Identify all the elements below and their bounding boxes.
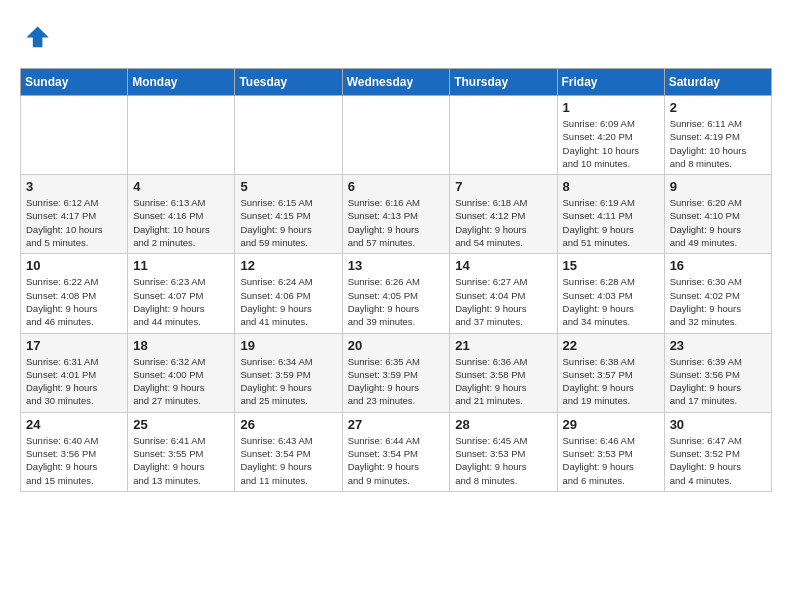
day-info: Sunrise: 6:35 AM Sunset: 3:59 PM Dayligh…	[348, 355, 445, 408]
week-row-3: 10Sunrise: 6:22 AM Sunset: 4:08 PM Dayli…	[21, 254, 772, 333]
day-number: 7	[455, 179, 551, 194]
day-number: 21	[455, 338, 551, 353]
calendar-cell: 4Sunrise: 6:13 AM Sunset: 4:16 PM Daylig…	[128, 175, 235, 254]
calendar-cell	[342, 96, 450, 175]
logo	[20, 20, 56, 52]
day-number: 28	[455, 417, 551, 432]
day-number: 18	[133, 338, 229, 353]
calendar-cell: 10Sunrise: 6:22 AM Sunset: 4:08 PM Dayli…	[21, 254, 128, 333]
calendar-cell: 24Sunrise: 6:40 AM Sunset: 3:56 PM Dayli…	[21, 412, 128, 491]
day-number: 3	[26, 179, 122, 194]
weekday-header-tuesday: Tuesday	[235, 69, 342, 96]
day-info: Sunrise: 6:12 AM Sunset: 4:17 PM Dayligh…	[26, 196, 122, 249]
svg-marker-0	[26, 26, 48, 47]
day-info: Sunrise: 6:31 AM Sunset: 4:01 PM Dayligh…	[26, 355, 122, 408]
day-info: Sunrise: 6:43 AM Sunset: 3:54 PM Dayligh…	[240, 434, 336, 487]
calendar-cell: 29Sunrise: 6:46 AM Sunset: 3:53 PM Dayli…	[557, 412, 664, 491]
day-number: 4	[133, 179, 229, 194]
calendar-cell: 21Sunrise: 6:36 AM Sunset: 3:58 PM Dayli…	[450, 333, 557, 412]
day-number: 23	[670, 338, 766, 353]
day-number: 24	[26, 417, 122, 432]
day-info: Sunrise: 6:19 AM Sunset: 4:11 PM Dayligh…	[563, 196, 659, 249]
day-info: Sunrise: 6:36 AM Sunset: 3:58 PM Dayligh…	[455, 355, 551, 408]
day-info: Sunrise: 6:34 AM Sunset: 3:59 PM Dayligh…	[240, 355, 336, 408]
day-number: 15	[563, 258, 659, 273]
weekday-header-saturday: Saturday	[664, 69, 771, 96]
calendar-cell: 28Sunrise: 6:45 AM Sunset: 3:53 PM Dayli…	[450, 412, 557, 491]
calendar-cell	[128, 96, 235, 175]
day-number: 11	[133, 258, 229, 273]
calendar-cell: 25Sunrise: 6:41 AM Sunset: 3:55 PM Dayli…	[128, 412, 235, 491]
day-number: 6	[348, 179, 445, 194]
day-number: 25	[133, 417, 229, 432]
weekday-header-sunday: Sunday	[21, 69, 128, 96]
day-info: Sunrise: 6:46 AM Sunset: 3:53 PM Dayligh…	[563, 434, 659, 487]
calendar-cell: 12Sunrise: 6:24 AM Sunset: 4:06 PM Dayli…	[235, 254, 342, 333]
day-number: 13	[348, 258, 445, 273]
calendar-cell: 1Sunrise: 6:09 AM Sunset: 4:20 PM Daylig…	[557, 96, 664, 175]
day-info: Sunrise: 6:32 AM Sunset: 4:00 PM Dayligh…	[133, 355, 229, 408]
day-number: 22	[563, 338, 659, 353]
day-info: Sunrise: 6:20 AM Sunset: 4:10 PM Dayligh…	[670, 196, 766, 249]
day-number: 10	[26, 258, 122, 273]
day-info: Sunrise: 6:23 AM Sunset: 4:07 PM Dayligh…	[133, 275, 229, 328]
calendar-cell: 14Sunrise: 6:27 AM Sunset: 4:04 PM Dayli…	[450, 254, 557, 333]
calendar-table: SundayMondayTuesdayWednesdayThursdayFrid…	[20, 68, 772, 492]
calendar-cell: 16Sunrise: 6:30 AM Sunset: 4:02 PM Dayli…	[664, 254, 771, 333]
day-number: 1	[563, 100, 659, 115]
logo-icon	[20, 20, 52, 52]
day-info: Sunrise: 6:16 AM Sunset: 4:13 PM Dayligh…	[348, 196, 445, 249]
calendar-cell: 17Sunrise: 6:31 AM Sunset: 4:01 PM Dayli…	[21, 333, 128, 412]
day-info: Sunrise: 6:15 AM Sunset: 4:15 PM Dayligh…	[240, 196, 336, 249]
day-info: Sunrise: 6:09 AM Sunset: 4:20 PM Dayligh…	[563, 117, 659, 170]
weekday-header-thursday: Thursday	[450, 69, 557, 96]
calendar-cell: 27Sunrise: 6:44 AM Sunset: 3:54 PM Dayli…	[342, 412, 450, 491]
day-info: Sunrise: 6:30 AM Sunset: 4:02 PM Dayligh…	[670, 275, 766, 328]
day-number: 20	[348, 338, 445, 353]
page-header	[20, 20, 772, 52]
calendar-cell: 20Sunrise: 6:35 AM Sunset: 3:59 PM Dayli…	[342, 333, 450, 412]
calendar-cell	[235, 96, 342, 175]
day-info: Sunrise: 6:24 AM Sunset: 4:06 PM Dayligh…	[240, 275, 336, 328]
day-number: 19	[240, 338, 336, 353]
calendar-cell	[21, 96, 128, 175]
calendar-cell: 19Sunrise: 6:34 AM Sunset: 3:59 PM Dayli…	[235, 333, 342, 412]
day-number: 5	[240, 179, 336, 194]
calendar-cell: 8Sunrise: 6:19 AM Sunset: 4:11 PM Daylig…	[557, 175, 664, 254]
day-number: 9	[670, 179, 766, 194]
day-info: Sunrise: 6:38 AM Sunset: 3:57 PM Dayligh…	[563, 355, 659, 408]
day-info: Sunrise: 6:18 AM Sunset: 4:12 PM Dayligh…	[455, 196, 551, 249]
day-number: 29	[563, 417, 659, 432]
week-row-4: 17Sunrise: 6:31 AM Sunset: 4:01 PM Dayli…	[21, 333, 772, 412]
calendar-cell: 6Sunrise: 6:16 AM Sunset: 4:13 PM Daylig…	[342, 175, 450, 254]
weekday-header-row: SundayMondayTuesdayWednesdayThursdayFrid…	[21, 69, 772, 96]
day-number: 26	[240, 417, 336, 432]
week-row-5: 24Sunrise: 6:40 AM Sunset: 3:56 PM Dayli…	[21, 412, 772, 491]
day-number: 17	[26, 338, 122, 353]
day-number: 2	[670, 100, 766, 115]
week-row-1: 1Sunrise: 6:09 AM Sunset: 4:20 PM Daylig…	[21, 96, 772, 175]
calendar-cell: 5Sunrise: 6:15 AM Sunset: 4:15 PM Daylig…	[235, 175, 342, 254]
weekday-header-monday: Monday	[128, 69, 235, 96]
calendar-cell: 13Sunrise: 6:26 AM Sunset: 4:05 PM Dayli…	[342, 254, 450, 333]
calendar-cell: 22Sunrise: 6:38 AM Sunset: 3:57 PM Dayli…	[557, 333, 664, 412]
day-info: Sunrise: 6:44 AM Sunset: 3:54 PM Dayligh…	[348, 434, 445, 487]
day-info: Sunrise: 6:27 AM Sunset: 4:04 PM Dayligh…	[455, 275, 551, 328]
day-number: 14	[455, 258, 551, 273]
day-info: Sunrise: 6:41 AM Sunset: 3:55 PM Dayligh…	[133, 434, 229, 487]
day-info: Sunrise: 6:13 AM Sunset: 4:16 PM Dayligh…	[133, 196, 229, 249]
day-info: Sunrise: 6:22 AM Sunset: 4:08 PM Dayligh…	[26, 275, 122, 328]
day-info: Sunrise: 6:26 AM Sunset: 4:05 PM Dayligh…	[348, 275, 445, 328]
calendar-cell: 30Sunrise: 6:47 AM Sunset: 3:52 PM Dayli…	[664, 412, 771, 491]
calendar-cell: 2Sunrise: 6:11 AM Sunset: 4:19 PM Daylig…	[664, 96, 771, 175]
day-number: 27	[348, 417, 445, 432]
calendar-cell: 9Sunrise: 6:20 AM Sunset: 4:10 PM Daylig…	[664, 175, 771, 254]
calendar-cell: 26Sunrise: 6:43 AM Sunset: 3:54 PM Dayli…	[235, 412, 342, 491]
calendar-cell: 18Sunrise: 6:32 AM Sunset: 4:00 PM Dayli…	[128, 333, 235, 412]
day-number: 8	[563, 179, 659, 194]
calendar-cell: 23Sunrise: 6:39 AM Sunset: 3:56 PM Dayli…	[664, 333, 771, 412]
day-info: Sunrise: 6:40 AM Sunset: 3:56 PM Dayligh…	[26, 434, 122, 487]
calendar-cell: 7Sunrise: 6:18 AM Sunset: 4:12 PM Daylig…	[450, 175, 557, 254]
weekday-header-wednesday: Wednesday	[342, 69, 450, 96]
day-info: Sunrise: 6:47 AM Sunset: 3:52 PM Dayligh…	[670, 434, 766, 487]
